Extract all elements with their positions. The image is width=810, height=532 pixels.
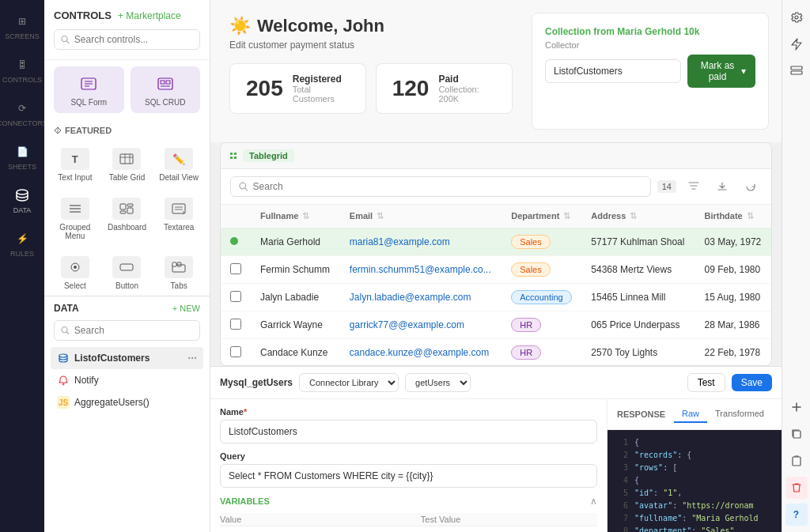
svg-point-39 xyxy=(240,183,246,189)
row-checkbox[interactable] xyxy=(230,291,241,302)
stats-row: 205 Registered Total Customers 120 Paid … xyxy=(229,63,513,114)
checkbox-column xyxy=(221,205,251,228)
row-fullname: Candace Kunze xyxy=(251,339,340,367)
row-checkbox[interactable] xyxy=(230,346,241,357)
list-item-customers[interactable]: ListofCustomers ··· xyxy=(51,347,203,369)
variables-table: Value Test Value city xyxy=(220,513,597,532)
search-icon xyxy=(61,35,70,44)
textarea-label: Textarea xyxy=(164,223,194,232)
line-number: 2 xyxy=(615,449,628,462)
list-item-aggregate[interactable]: JS AggregateUsers() xyxy=(51,391,203,413)
nav-screens[interactable]: ⊞ SCREENS xyxy=(0,6,44,47)
table-grid-control[interactable]: Table Grid xyxy=(103,141,152,188)
controls-icon: 🎛 xyxy=(13,56,31,74)
department-column[interactable]: Department ⇅ xyxy=(502,205,581,228)
marketplace-tab[interactable]: + Markertplace xyxy=(118,10,181,21)
mysql-get-users-label: Mysql_getUsers xyxy=(220,377,293,388)
save-button[interactable]: Save xyxy=(732,374,772,391)
birthdate-column[interactable]: Birthdate ⇅ xyxy=(695,205,771,228)
line-number: 8 xyxy=(615,525,628,532)
new-data-button[interactable]: + NEW xyxy=(172,304,200,313)
text-input-control[interactable]: T Text Input xyxy=(51,141,100,188)
connectors-icon: ⟳ xyxy=(13,100,31,117)
refresh-button[interactable] xyxy=(740,175,762,198)
delete-icon[interactable] xyxy=(785,477,808,499)
name-field-input[interactable] xyxy=(220,420,597,443)
table-search-input[interactable] xyxy=(253,181,642,192)
fullname-column[interactable]: Fullname ⇅ xyxy=(251,205,340,228)
customers-more[interactable]: ··· xyxy=(187,352,197,364)
test-button[interactable]: Test xyxy=(687,373,725,392)
table-row: Garrick Wayne garrick77@@example.com HR … xyxy=(221,311,771,339)
email-column[interactable]: Email ⇅ xyxy=(340,205,502,228)
query-field-input[interactable] xyxy=(220,464,597,488)
help-icon[interactable]: ? xyxy=(785,504,808,526)
get-users-select[interactable]: getUsers xyxy=(405,373,471,392)
textarea-control[interactable]: Textarea xyxy=(154,191,203,247)
controls-search-container[interactable] xyxy=(54,29,200,50)
nav-data[interactable]: Data xyxy=(0,180,44,221)
table-search-row: 14 xyxy=(221,169,771,205)
filter-button[interactable] xyxy=(683,175,705,198)
line-content: "avatar": "https://dronam xyxy=(634,500,754,512)
row-checkbox-cell[interactable] xyxy=(221,339,251,367)
table-grid-icon xyxy=(112,148,141,170)
raw-tab[interactable]: Raw xyxy=(674,406,707,423)
data-search-container[interactable] xyxy=(54,320,200,341)
line-content: "rows": [ xyxy=(634,462,677,474)
code-line: 4 { xyxy=(615,474,774,487)
controls-search-input[interactable] xyxy=(74,34,193,45)
button-control[interactable]: Button xyxy=(103,250,152,296)
select-control[interactable]: Select xyxy=(51,250,100,296)
svg-rect-36 xyxy=(234,153,237,155)
data-search-input[interactable] xyxy=(74,325,193,336)
welcome-title: ☀️ Welcome, John xyxy=(229,16,513,36)
grouped-menu-control[interactable]: Grouped Menu xyxy=(51,191,100,247)
sql-crud-label: SQL CRUD xyxy=(145,98,185,107)
sql-crud-control[interactable]: SQL CRUD xyxy=(131,66,201,113)
nav-controls[interactable]: 🎛 CONTROLS xyxy=(0,50,44,90)
row-checkbox[interactable] xyxy=(230,263,241,274)
sql-crud-icon xyxy=(151,73,180,95)
connector-library-select[interactable]: Connector Library xyxy=(299,373,399,392)
row-checkbox-cell[interactable] xyxy=(221,311,251,339)
collector-input[interactable] xyxy=(545,59,681,83)
list-item-notify[interactable]: Notify xyxy=(51,369,203,391)
address-column[interactable]: Address ⇅ xyxy=(581,205,695,228)
registered-sub: Total Customers xyxy=(293,85,350,104)
add-icon[interactable] xyxy=(785,396,808,418)
detail-view-control[interactable]: ✏️ Detail View xyxy=(154,141,203,188)
row-fullname: Jalyn Labadie xyxy=(251,284,340,311)
nav-connectors[interactable]: ⟳ CONNECTORS xyxy=(0,93,44,134)
sql-form-control[interactable]: SQL Form xyxy=(54,66,124,113)
row-email: candace.kunze@@example.com xyxy=(340,339,502,367)
svg-rect-8 xyxy=(166,81,170,84)
download-button[interactable] xyxy=(711,175,733,198)
row-fullname: Maria Gerhold xyxy=(251,228,340,256)
clipboard-icon[interactable] xyxy=(785,450,808,472)
mark-paid-button[interactable]: Mark as paid ▾ xyxy=(687,55,755,88)
transformed-tab[interactable]: Transformed xyxy=(707,406,772,423)
line-number: 7 xyxy=(615,512,628,525)
row-checkbox[interactable] xyxy=(230,319,241,330)
row-checkbox-cell[interactable] xyxy=(221,284,251,311)
stack-icon[interactable] xyxy=(785,60,808,82)
svg-rect-20 xyxy=(120,211,126,213)
row-checkbox-cell[interactable] xyxy=(221,256,251,284)
lightning-icon[interactable] xyxy=(785,33,808,55)
controls-tab[interactable]: CONTROLS xyxy=(54,9,112,21)
row-department: Sales xyxy=(502,256,581,284)
table-search-container[interactable] xyxy=(230,176,651,197)
variables-collapse[interactable]: ∧ xyxy=(590,496,597,507)
dashboard-control[interactable]: Dashboard xyxy=(103,191,152,247)
nav-rules[interactable]: ⚡ RULES xyxy=(0,224,44,264)
grouped-menu-icon xyxy=(61,198,89,220)
svg-rect-42 xyxy=(793,431,801,438)
row-checkbox-cell[interactable] xyxy=(221,228,251,256)
tabs-control[interactable]: Tabs xyxy=(154,250,203,296)
nav-sheets[interactable]: 📄 SHEETS xyxy=(0,137,44,177)
settings-icon[interactable] xyxy=(785,6,808,28)
screens-label: SCREENS xyxy=(5,32,40,40)
copy-icon[interactable] xyxy=(785,423,808,445)
row-birthdate: 03 May, 1972 xyxy=(695,228,771,256)
